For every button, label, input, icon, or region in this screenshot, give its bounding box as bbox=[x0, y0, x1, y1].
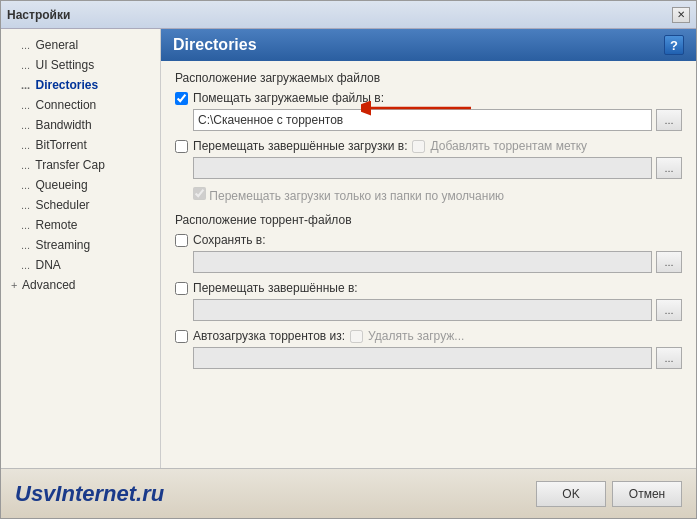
browse2-button[interactable]: ... bbox=[656, 157, 682, 179]
title-buttons: ✕ bbox=[672, 7, 690, 23]
checkbox2[interactable] bbox=[175, 140, 188, 153]
footer: UsvInternet.ru OK Отмен bbox=[1, 468, 696, 518]
browse5-button[interactable]: ... bbox=[656, 347, 682, 369]
close-button[interactable]: ✕ bbox=[672, 7, 690, 23]
sidebar: ... General ... UI Settings ... Director… bbox=[1, 29, 161, 468]
section1-title: Расположение загружаемых файлов bbox=[175, 71, 682, 85]
inline-checkbox[interactable] bbox=[412, 140, 425, 153]
sidebar-item-directories[interactable]: ... Directories bbox=[1, 75, 160, 95]
content-area: Directories ? Расположение загружаемых ф… bbox=[161, 29, 696, 468]
brand-label: UsvInternet.ru bbox=[15, 481, 164, 507]
main-content: Directories ? Расположение загружаемых ф… bbox=[161, 29, 696, 468]
checkbox4-row: Перемещать завершённые в: bbox=[175, 281, 682, 295]
path2-input[interactable] bbox=[193, 157, 652, 179]
path1-input[interactable] bbox=[193, 109, 652, 131]
sidebar-item-connection[interactable]: ... Connection bbox=[1, 95, 160, 115]
checkbox3[interactable] bbox=[175, 234, 188, 247]
sidebar-item-remote[interactable]: ... Remote bbox=[1, 215, 160, 235]
checkbox3-row: Сохранять в: bbox=[175, 233, 682, 247]
panel-title: Directories bbox=[173, 36, 257, 54]
checkbox1[interactable] bbox=[175, 92, 188, 105]
footer-buttons: OK Отмен bbox=[536, 481, 682, 507]
panel-body: Расположение загружаемых файлов Помещать… bbox=[161, 61, 696, 468]
checkbox1-row: Помещать загружаемые файлы в: bbox=[175, 91, 682, 105]
delete-label: Удалять загруж... bbox=[368, 329, 464, 343]
browse4-button[interactable]: ... bbox=[656, 299, 682, 321]
cancel-button[interactable]: Отмен bbox=[612, 481, 682, 507]
sidebar-item-ui-settings[interactable]: ... UI Settings bbox=[1, 55, 160, 75]
path3-row: ... bbox=[193, 251, 682, 273]
sidebar-item-scheduler[interactable]: ... Scheduler bbox=[1, 195, 160, 215]
sidebar-item-bittorrent[interactable]: ... BitTorrent bbox=[1, 135, 160, 155]
path5-input[interactable] bbox=[193, 347, 652, 369]
browse1-button[interactable]: ... bbox=[656, 109, 682, 131]
path4-input[interactable] bbox=[193, 299, 652, 321]
panel-header: Directories ? bbox=[161, 29, 696, 61]
move-only-label: Перемещать загрузки только из папки по у… bbox=[209, 189, 504, 203]
checkbox4-label: Перемещать завершённые в: bbox=[193, 281, 358, 295]
checkbox5-label: Автозагрузка торрентов из: bbox=[193, 329, 345, 343]
path5-row: ... bbox=[193, 347, 682, 369]
browse3-button[interactable]: ... bbox=[656, 251, 682, 273]
checkbox2-label: Перемещать завершённые загрузки в: bbox=[193, 139, 407, 153]
path1-row: ... bbox=[193, 109, 682, 131]
help-button[interactable]: ? bbox=[664, 35, 684, 55]
path2-row: ... bbox=[193, 157, 682, 179]
checkbox2-row: Перемещать завершённые загрузки в: Добав… bbox=[175, 139, 682, 153]
path4-row: ... bbox=[193, 299, 682, 321]
inline-checkbox-label: Добавлять торрентам метку bbox=[430, 139, 587, 153]
sidebar-item-general[interactable]: ... General bbox=[1, 35, 160, 55]
ok-button[interactable]: OK bbox=[536, 481, 606, 507]
delete-checkbox[interactable] bbox=[350, 330, 363, 343]
checkbox3-label: Сохранять в: bbox=[193, 233, 265, 247]
settings-window: Настройки ✕ ... General ... UI Settings … bbox=[0, 0, 697, 519]
window-body: ... General ... UI Settings ... Director… bbox=[1, 29, 696, 468]
path3-input[interactable] bbox=[193, 251, 652, 273]
sidebar-item-streaming[interactable]: ... Streaming bbox=[1, 235, 160, 255]
sidebar-item-transfer-cap[interactable]: ... Transfer Cap bbox=[1, 155, 160, 175]
sidebar-item-queueing[interactable]: ... Queueing bbox=[1, 175, 160, 195]
sidebar-item-bandwidth[interactable]: ... Bandwidth bbox=[1, 115, 160, 135]
sidebar-item-advanced[interactable]: + Advanced bbox=[1, 275, 160, 295]
checkbox1-label: Помещать загружаемые файлы в: bbox=[193, 91, 384, 105]
checkbox4[interactable] bbox=[175, 282, 188, 295]
checkbox5-row: Автозагрузка торрентов из: Удалять загру… bbox=[175, 329, 682, 343]
section2-title: Расположение торрент-файлов bbox=[175, 213, 682, 227]
move-only-row: Перемещать загрузки только из папки по у… bbox=[193, 187, 682, 203]
title-bar: Настройки ✕ bbox=[1, 1, 696, 29]
checkbox5[interactable] bbox=[175, 330, 188, 343]
move-only-checkbox[interactable] bbox=[193, 187, 206, 200]
sidebar-item-dna[interactable]: ... DNA bbox=[1, 255, 160, 275]
window-title: Настройки bbox=[7, 8, 70, 22]
